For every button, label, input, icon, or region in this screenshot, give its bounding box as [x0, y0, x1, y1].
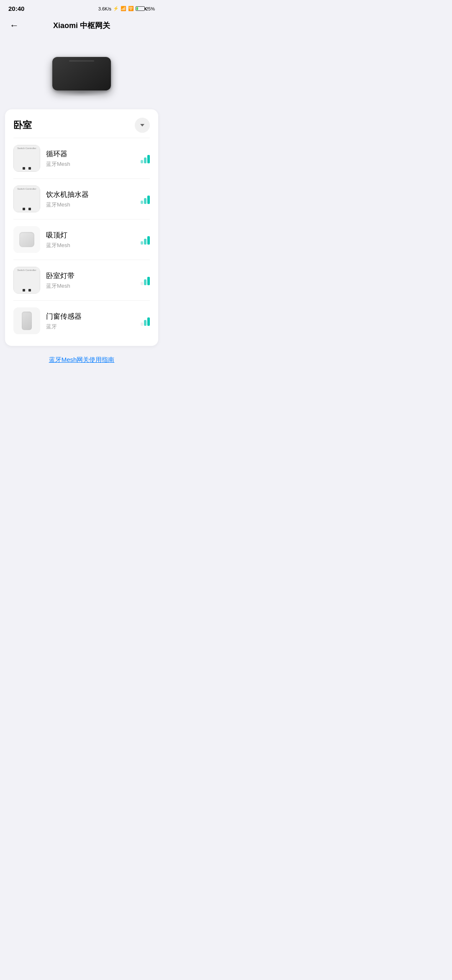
signal-bar-2-3	[147, 196, 150, 204]
signal-bar-2-2	[144, 198, 146, 204]
device-name-3: 吸顶灯	[46, 230, 135, 240]
switch-ctrl-label-1: Switch Controller	[17, 147, 36, 150]
signal-bar-3-2	[144, 239, 146, 245]
signal-bar-5-2	[144, 320, 146, 326]
device-name-5: 门窗传感器	[46, 312, 135, 321]
device-icon-wrap-1: Switch Controller	[13, 145, 40, 172]
device-icon-wrap-3	[13, 226, 40, 253]
device-item-4[interactable]: Switch Controller 卧室灯带 蓝牙Mesh	[5, 260, 158, 300]
device-item-1[interactable]: Switch Controller 循环器 蓝牙Mesh	[5, 138, 158, 178]
battery-box	[136, 6, 145, 11]
switch-dot-1b	[28, 167, 31, 170]
gateway-shadow	[54, 88, 109, 97]
device-info-4: 卧室灯带 蓝牙Mesh	[46, 271, 135, 290]
bottom-link-area: 蓝牙Mesh网关使用指南	[0, 346, 163, 372]
header: ← Xiaomi 中枢网关	[0, 15, 163, 38]
device-icon-wrap-4: Switch Controller	[13, 267, 40, 294]
device-icon-wrap-5	[13, 307, 40, 334]
switch-ctrl-label-2: Switch Controller	[17, 188, 36, 191]
device-item-5[interactable]: 门窗传感器 蓝牙	[5, 301, 158, 341]
signal-bar-3-1	[141, 241, 143, 245]
signal-bars-2	[141, 194, 150, 204]
signal-bar-4-1	[141, 282, 143, 285]
battery-indicator: 25%	[136, 6, 155, 11]
device-protocol-4: 蓝牙Mesh	[46, 282, 135, 290]
collapse-button[interactable]	[135, 118, 150, 133]
signal-bar-4-2	[144, 279, 146, 285]
signal-bar-1-3	[147, 155, 150, 163]
wifi-icon: 🛜	[128, 6, 134, 11]
signal-bar-2-1	[141, 201, 143, 204]
switch-controller-icon-2: Switch Controller	[13, 186, 40, 212]
gateway-body	[52, 57, 111, 90]
bluetooth-icon: ⚡	[113, 6, 119, 11]
switch-controller-icon-4: Switch Controller	[13, 267, 40, 294]
device-info-5: 门窗传感器 蓝牙	[46, 312, 135, 330]
light-shape-3	[19, 232, 34, 247]
device-item-3[interactable]: 吸顶灯 蓝牙Mesh	[5, 219, 158, 260]
device-name-4: 卧室灯带	[46, 271, 135, 281]
device-info-3: 吸顶灯 蓝牙Mesh	[46, 230, 135, 249]
signal-bars-5	[141, 316, 150, 326]
door-sensor-icon-5	[13, 307, 40, 334]
switch-controller-icon-1: Switch Controller	[13, 145, 40, 172]
switch-dot-4a	[23, 289, 25, 291]
switch-ctrl-dots-1	[23, 167, 31, 170]
door-sensor-shape-5	[22, 312, 32, 330]
signal-bar-5-1	[141, 322, 143, 326]
room-header: 卧室	[5, 109, 158, 138]
device-info-2: 饮水机抽水器 蓝牙Mesh	[46, 190, 135, 209]
device-image-area	[0, 38, 163, 109]
back-button[interactable]: ←	[7, 18, 22, 33]
signal-bars-3	[141, 235, 150, 245]
chevron-down-icon	[140, 124, 144, 126]
room-name: 卧室	[13, 119, 32, 132]
device-name-1: 循环器	[46, 149, 135, 159]
device-protocol-3: 蓝牙Mesh	[46, 242, 135, 249]
device-icon-wrap-2: Switch Controller	[13, 186, 40, 212]
light-icon-3	[13, 226, 40, 253]
switch-dot-1a	[23, 167, 25, 170]
switch-dot-2a	[23, 208, 25, 210]
device-name-2: 饮水机抽水器	[46, 190, 135, 199]
signal-bar-5-3	[147, 317, 150, 326]
device-image	[48, 51, 115, 97]
status-time: 20:40	[8, 5, 24, 12]
battery-fill	[136, 7, 139, 10]
signal-bar-4-3	[147, 277, 150, 285]
signal-bars-1	[141, 153, 150, 163]
signal-bar-3-3	[147, 236, 150, 245]
bottom-link[interactable]: 蓝牙Mesh网关使用指南	[49, 356, 115, 364]
signal-bar-1-1	[141, 160, 143, 163]
signal-bars-4	[141, 275, 150, 285]
back-arrow-icon: ←	[10, 20, 19, 31]
switch-ctrl-dots-2	[23, 208, 31, 210]
device-protocol-1: 蓝牙Mesh	[46, 160, 135, 168]
switch-dot-2b	[28, 208, 31, 210]
signal-bar-1-2	[144, 157, 146, 163]
device-protocol-5: 蓝牙	[46, 323, 135, 330]
content-card: 卧室 Switch Controller 循环器 蓝牙Mesh	[5, 109, 158, 346]
switch-dot-4b	[28, 289, 31, 291]
switch-ctrl-dots-4	[23, 289, 31, 291]
signal-icon: 📶	[121, 6, 126, 11]
device-info-1: 循环器 蓝牙Mesh	[46, 149, 135, 168]
status-bar: 20:40 3.6K/s ⚡ 📶 🛜 25%	[0, 0, 163, 15]
page-title: Xiaomi 中枢网关	[53, 21, 110, 31]
device-protocol-2: 蓝牙Mesh	[46, 201, 135, 209]
network-speed: 3.6K/s	[98, 6, 111, 11]
battery-percent: 25%	[146, 6, 155, 11]
switch-ctrl-label-4: Switch Controller	[17, 269, 36, 272]
device-item-2[interactable]: Switch Controller 饮水机抽水器 蓝牙Mesh	[5, 179, 158, 219]
status-icons: 3.6K/s ⚡ 📶 🛜 25%	[98, 6, 155, 11]
